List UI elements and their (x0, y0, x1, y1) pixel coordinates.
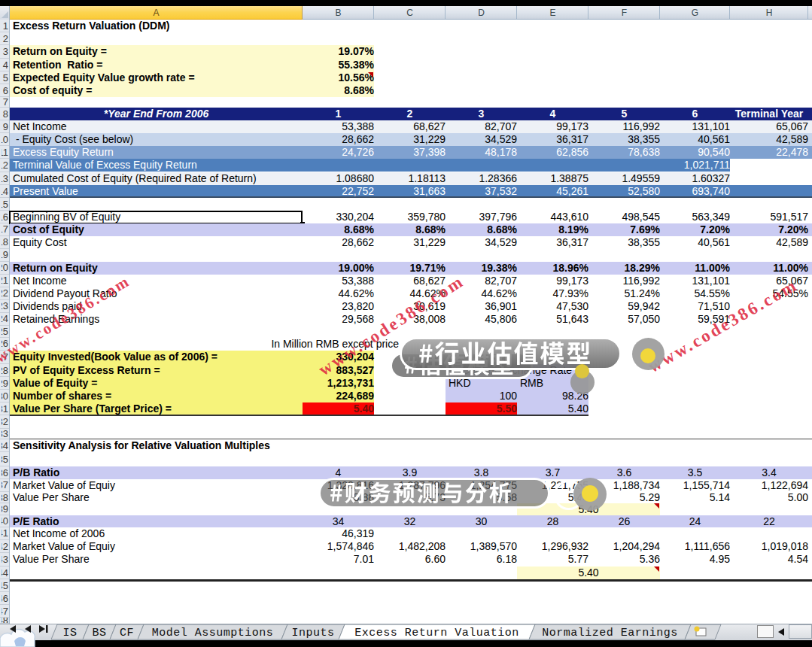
svg-text:CF: CF (120, 627, 134, 639)
svg-text:Excess Return Valuation: Excess Return Valuation (354, 627, 519, 639)
svg-text:Model Assumptions: Model Assumptions (152, 627, 274, 639)
svg-text:IS: IS (62, 627, 77, 639)
svg-text:Inputs: Inputs (291, 627, 334, 639)
svg-text:BS: BS (92, 627, 106, 639)
svg-text:Normalized Earnings: Normalized Earnings (542, 627, 678, 639)
